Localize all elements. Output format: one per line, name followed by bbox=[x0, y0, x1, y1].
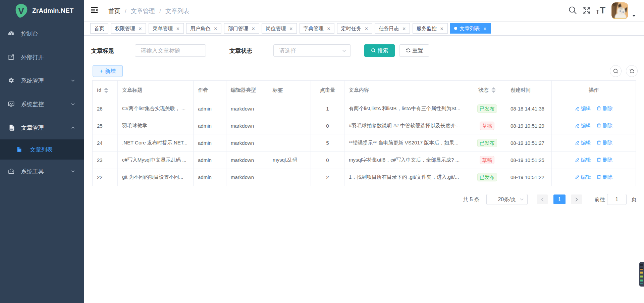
svg-text:V: V bbox=[18, 6, 24, 16]
